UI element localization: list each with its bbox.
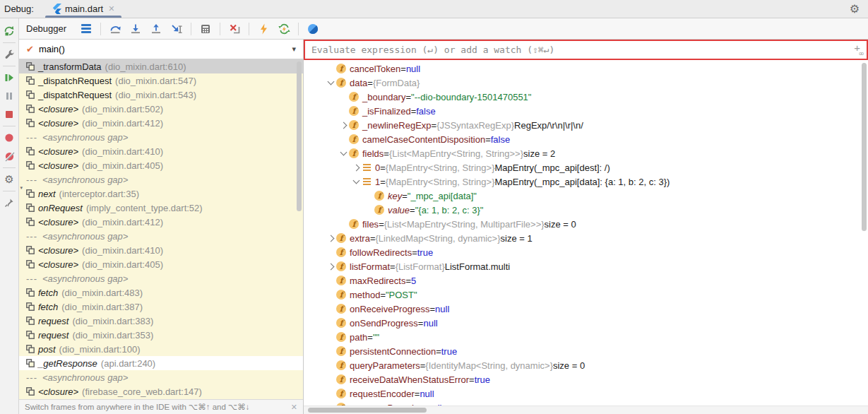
settings-gear-icon[interactable]: ⚙ bbox=[850, 4, 860, 15]
async-gap-row[interactable]: ---<asynchronous gap> bbox=[19, 172, 303, 187]
evaluate-expression-input[interactable] bbox=[305, 41, 867, 59]
variable-row[interactable]: fmethod = "POST" bbox=[304, 288, 868, 302]
variable-name: onSendProgress bbox=[350, 318, 418, 329]
variable-row[interactable]: fvalue = "{a: 1, b: 2, c: 3}" bbox=[304, 203, 868, 217]
hot-reload-button[interactable] bbox=[254, 20, 273, 37]
chevron-right-icon[interactable] bbox=[352, 164, 359, 171]
step-into-button[interactable] bbox=[126, 20, 145, 37]
stack-frame-row[interactable]: <closure>(dio_mixin.dart:405) bbox=[19, 158, 303, 172]
resume-program-button[interactable] bbox=[0, 69, 18, 87]
debugger-view-label[interactable]: Debugger bbox=[26, 23, 66, 34]
async-gap-row[interactable]: ---<asynchronous gap> bbox=[19, 229, 303, 243]
stack-frame-row[interactable]: <closure>(firebase_core_web.dart:147) bbox=[19, 384, 303, 398]
frame-function-name: fetch bbox=[38, 288, 58, 298]
variable-row[interactable]: fonSendProgress = null bbox=[304, 316, 868, 330]
layout-settings-gear-button[interactable]: ⚙ ▾ bbox=[0, 170, 18, 189]
pin-tab-button[interactable] bbox=[0, 194, 18, 212]
debugger-toolbar: Debugger bbox=[19, 18, 868, 40]
variable-row[interactable]: f_isFinalized = false bbox=[304, 104, 868, 118]
variable-value-part: = bbox=[379, 219, 384, 230]
stack-frame-row[interactable]: <closure>(dio_mixin.dart:405) bbox=[19, 257, 303, 271]
divider bbox=[3, 66, 16, 66]
variable-row[interactable]: 1 = {MapEntry<String, String>} MapEntry(… bbox=[304, 175, 868, 189]
stack-frame-row[interactable]: _transformData(dio_mixin.dart:610) bbox=[19, 59, 303, 73]
tab-main-dart[interactable]: main.dart ✕ bbox=[45, 0, 121, 18]
mute-breakpoints-button[interactable] bbox=[0, 147, 18, 165]
field-icon: f bbox=[349, 120, 359, 130]
variable-row[interactable]: f_newlineRegExp = {JSSyntaxRegExp} RegEx… bbox=[304, 118, 868, 132]
reset-frame-button[interactable] bbox=[225, 20, 244, 37]
stack-frame-icon bbox=[26, 62, 35, 71]
tab-label: main.dart bbox=[65, 4, 103, 14]
variable-row[interactable]: fpath = "" bbox=[304, 330, 868, 344]
stop-button[interactable] bbox=[0, 105, 18, 124]
variable-row[interactable]: freceiveDataWhenStatusError = true bbox=[304, 372, 868, 386]
stack-frame-row[interactable]: <closure>(dio_mixin.dart:502) bbox=[19, 102, 303, 116]
variable-name: cancelToken bbox=[350, 64, 400, 74]
add-watch-icon[interactable]: + oo bbox=[854, 42, 860, 53]
variable-row[interactable]: ffollowRedirects = true bbox=[304, 245, 868, 259]
step-over-button[interactable] bbox=[106, 20, 124, 37]
frame-function-name: <closure> bbox=[38, 245, 78, 256]
stack-frame-row[interactable]: _dispatchRequest(dio_mixin.dart:543) bbox=[19, 88, 303, 102]
variable-row[interactable]: frequestEncoder = null bbox=[304, 386, 868, 401]
variable-row[interactable]: fdata = {FormData} bbox=[304, 76, 868, 90]
chevron-down-icon[interactable] bbox=[352, 177, 359, 184]
stack-frame-row[interactable]: <closure>(dio_mixin.dart:412) bbox=[19, 215, 303, 229]
variable-row[interactable]: fmaxRedirects = 5 bbox=[304, 273, 868, 288]
pause-program-button[interactable] bbox=[0, 87, 18, 105]
stack-frame-row[interactable]: next(interceptor.dart:35) bbox=[19, 187, 303, 201]
frame-location: (imply_content_type.dart:52) bbox=[86, 203, 203, 213]
frames-scrollbar-thumb[interactable] bbox=[297, 61, 302, 211]
chevron-right-icon[interactable] bbox=[327, 263, 334, 270]
stack-frame-row[interactable]: _dispatchRequest(dio_mixin.dart:547) bbox=[19, 73, 303, 88]
evaluate-expression-button[interactable] bbox=[196, 20, 215, 37]
async-gap-row[interactable]: ---<asynchronous gap> bbox=[19, 271, 303, 285]
variable-row[interactable]: fonReceiveProgress = null bbox=[304, 302, 868, 316]
stack-frame-row[interactable]: <closure>(dio_mixin.dart:410) bbox=[19, 243, 303, 257]
variable-value-part: "--dio-boundary-1501470551" bbox=[411, 92, 531, 102]
frame-function-name: request bbox=[38, 330, 69, 341]
rerun-button[interactable] bbox=[0, 22, 18, 40]
thread-selector[interactable]: ✔ main() ▾ bbox=[19, 40, 303, 59]
variable-row[interactable]: flistFormat = {ListFormat} ListFormat.mu… bbox=[304, 259, 868, 273]
stack-frame-row[interactable]: _getResponse(api.dart:240) bbox=[19, 356, 303, 370]
stack-frame-row[interactable]: post(dio_mixin.dart:100) bbox=[19, 342, 303, 356]
variable-row[interactable]: ffields = {List<MapEntry<String, String>… bbox=[304, 146, 868, 160]
stack-frame-row[interactable]: <closure>(dio_mixin.dart:410) bbox=[19, 144, 303, 158]
variables-scrollbar-thumb[interactable] bbox=[862, 63, 867, 231]
wrench-settings-button[interactable] bbox=[0, 45, 18, 64]
threads-frames-menu-button[interactable] bbox=[77, 20, 95, 37]
variable-row[interactable]: fkey = "_mpc_api[data]" bbox=[304, 189, 868, 203]
variable-row[interactable]: fcamelCaseContentDisposition = false bbox=[304, 132, 868, 146]
stack-frame-row[interactable]: <closure>(dio_mixin.dart:412) bbox=[19, 116, 303, 130]
step-out-button[interactable] bbox=[147, 20, 165, 37]
close-icon[interactable]: ✕ bbox=[291, 403, 297, 412]
variable-value-part: = bbox=[367, 78, 373, 88]
variable-row[interactable]: fextra = {LinkedMap<String, dynamic>} si… bbox=[304, 231, 868, 245]
stack-frame-row[interactable]: request(dio_mixin.dart:353) bbox=[19, 328, 303, 342]
stack-frame-row[interactable]: request(dio_mixin.dart:383) bbox=[19, 314, 303, 328]
chevron-down-icon[interactable] bbox=[327, 78, 334, 85]
view-breakpoints-button[interactable] bbox=[0, 129, 18, 147]
tab-close-icon[interactable]: ✕ bbox=[108, 4, 114, 13]
stack-frame-row[interactable]: fetch(dio_mixin.dart:387) bbox=[19, 300, 303, 314]
horizontal-scrollbar-thumb[interactable] bbox=[308, 408, 427, 413]
async-gap-row[interactable]: ---<asynchronous gap> bbox=[19, 130, 303, 144]
variable-row[interactable]: f_boundary = "--dio-boundary-1501470551" bbox=[304, 90, 868, 104]
variable-row[interactable]: 0 = {MapEntry<String, String>} MapEntry(… bbox=[304, 160, 868, 175]
variable-row[interactable]: fcancelToken = null bbox=[304, 61, 868, 76]
variable-row[interactable]: fpersistentConnection = true bbox=[304, 344, 868, 358]
list-element-icon bbox=[363, 178, 371, 185]
open-devtools-button[interactable] bbox=[304, 20, 322, 37]
chevron-down-icon[interactable] bbox=[340, 149, 347, 156]
stack-frame-row[interactable]: onRequest(imply_content_type.dart:52) bbox=[19, 201, 303, 215]
variable-row[interactable]: ffiles = {List<MapEntry<String, Multipar… bbox=[304, 217, 868, 231]
async-gap-row[interactable]: ---<asynchronous gap> bbox=[19, 370, 303, 384]
force-step-into-button[interactable] bbox=[167, 20, 186, 37]
variable-row[interactable]: fqueryParameters = {IdentityMap<String, … bbox=[304, 358, 868, 372]
chevron-right-icon[interactable] bbox=[327, 235, 334, 242]
chevron-right-icon[interactable] bbox=[340, 122, 347, 129]
stack-frame-row[interactable]: fetch(dio_mixin.dart:483) bbox=[19, 285, 303, 300]
hot-restart-button[interactable] bbox=[275, 20, 293, 37]
